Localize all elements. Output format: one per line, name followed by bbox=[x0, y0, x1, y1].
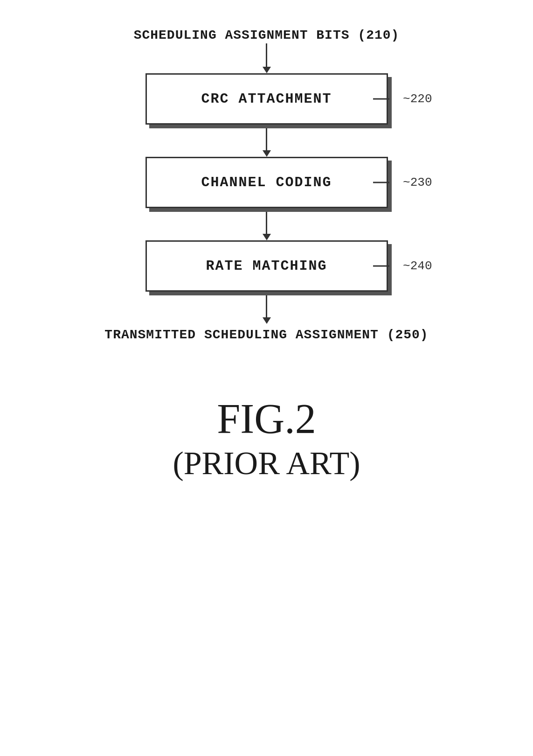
crc-block-wrapper: CRC ATTACHMENT ~220 bbox=[145, 73, 388, 125]
prior-art-label: (PRIOR ART) bbox=[173, 445, 360, 482]
rate-block: RATE MATCHING bbox=[145, 240, 388, 292]
crc-ref-label: ~220 bbox=[403, 92, 432, 106]
crc-label: CRC ATTACHMENT bbox=[201, 91, 332, 107]
channel-block: CHANNEL CODING bbox=[145, 157, 388, 208]
arrow-2 bbox=[263, 125, 271, 157]
crc-block: CRC ATTACHMENT bbox=[145, 73, 388, 125]
fig-label: FIG.2 bbox=[217, 398, 316, 440]
rate-block-wrapper: RATE MATCHING ~240 bbox=[145, 240, 388, 292]
channel-ref-line bbox=[373, 182, 389, 183]
diagram-container: SCHEDULING ASSIGNMENT BITS (210) CRC ATT… bbox=[0, 0, 533, 756]
arrow-3 bbox=[263, 208, 271, 240]
arrow-4 bbox=[263, 292, 271, 324]
rate-ref-line bbox=[373, 266, 389, 267]
crc-ref-line bbox=[373, 98, 389, 100]
rate-label: RATE MATCHING bbox=[206, 258, 327, 274]
channel-label: CHANNEL CODING bbox=[201, 175, 332, 190]
channel-block-wrapper: CHANNEL CODING ~230 bbox=[145, 157, 388, 208]
bottom-label: TRANSMITTED SCHEDULING ASSIGNMENT (250) bbox=[104, 328, 428, 342]
arrow-1 bbox=[263, 43, 271, 73]
rate-ref-label: ~240 bbox=[403, 259, 432, 273]
channel-ref-label: ~230 bbox=[403, 175, 432, 189]
top-label: SCHEDULING ASSIGNMENT BITS (210) bbox=[134, 28, 400, 42]
